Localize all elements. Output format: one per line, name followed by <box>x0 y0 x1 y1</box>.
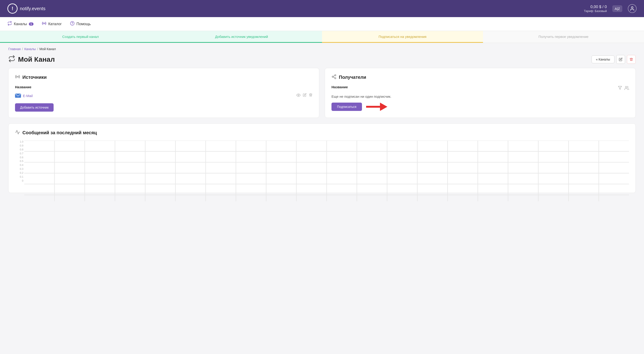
source-email-name: E-Mail <box>15 94 33 98</box>
arrow-shaft <box>366 106 380 108</box>
cards-row: Источники Название E-Mail <box>8 68 636 118</box>
chart-title: Сообщений за последний месяц <box>22 130 97 136</box>
balance-plan: Тариф: Базовый <box>584 9 607 13</box>
sources-icon <box>15 74 20 80</box>
y-label-01: 0.1 <box>20 176 23 178</box>
help-label: Помощь <box>76 22 91 26</box>
page-actions: « Каналы <box>592 55 636 64</box>
back-to-channels-button[interactable]: « Каналы <box>592 56 614 63</box>
logo-area: ! notify.events <box>8 4 46 14</box>
recipients-card: Получатели Название Е <box>325 68 636 118</box>
step-add-source[interactable]: Добавить источник уведомлений <box>161 31 322 43</box>
breadcrumb-home[interactable]: Главная <box>8 47 20 51</box>
svg-point-0 <box>631 7 633 8</box>
email-source-icon <box>15 94 21 98</box>
step-create-channel[interactable]: Создать первый канал <box>0 31 161 43</box>
breadcrumb-sep2: / <box>37 47 38 51</box>
svg-line-10 <box>333 77 335 78</box>
recipients-icons <box>618 86 629 92</box>
catalog-icon <box>42 21 46 27</box>
header-right: 0,00 $ / 0 Тариф: Базовый A|Z <box>584 4 636 13</box>
edit-icon <box>619 58 622 61</box>
svg-point-1 <box>44 23 44 24</box>
step-add-source-label: Добавить источник уведомлений <box>215 35 268 38</box>
delete-source-button[interactable] <box>309 93 312 98</box>
channels-label: Каналы <box>14 22 27 26</box>
delete-channel-button[interactable] <box>627 55 636 64</box>
sidebar-item-channels[interactable]: Каналы 1 <box>8 21 34 27</box>
filter-icon[interactable] <box>618 86 622 92</box>
chart-card: Сообщений за последний месяц 1.0 0.9 0.8… <box>8 124 636 193</box>
sources-card: Источники Название E-Mail <box>8 68 319 118</box>
header: ! notify.events 0,00 $ / 0 Тариф: Базовы… <box>0 0 644 17</box>
svg-marker-12 <box>618 86 622 90</box>
y-label-08: 0.8 <box>20 148 23 151</box>
svg-point-4 <box>17 76 18 77</box>
step-first-notification: Получить первое уведомление <box>483 31 644 43</box>
breadcrumb-channels[interactable]: Каналы <box>24 47 36 51</box>
y-label-06: 0.6 <box>20 156 23 159</box>
page-title-icon <box>8 55 15 64</box>
logo-text: notify.events <box>20 6 46 11</box>
svg-line-11 <box>333 76 335 76</box>
step-subscribe[interactable]: Подписаться на уведомления <box>322 31 483 43</box>
page-title-area: Мой Канал <box>8 55 55 64</box>
y-label-07: 0.7 <box>20 152 23 155</box>
y-label-00: 0 <box>22 180 23 182</box>
catalog-label: Каталог <box>48 22 62 26</box>
edit-source-icon <box>303 93 306 97</box>
chart-area: 1.0 0.9 0.8 0.7 0.6 0.5 0.4 0.3 0.2 0.1 … <box>15 140 629 187</box>
y-label-04: 0.4 <box>20 164 23 166</box>
add-source-button[interactable]: Добавить источник <box>15 103 54 112</box>
step-first-notification-label: Получить первое уведомление <box>538 35 588 38</box>
sources-card-title-row: Источники <box>15 74 312 80</box>
recipients-card-title-row: Получатели <box>332 74 629 80</box>
chart-title-row: Сообщений за последний месяц <box>15 130 629 136</box>
svg-point-6 <box>298 95 299 96</box>
view-source-button[interactable] <box>296 93 300 98</box>
sources-col-header: Название <box>15 85 312 89</box>
logo-icon: ! <box>8 4 18 14</box>
step-create-channel-label: Создать первый канал <box>62 35 99 38</box>
chart-icon <box>15 130 20 136</box>
breadcrumb: Главная / Каналы / Мой Канал <box>0 43 644 53</box>
chart-svg <box>24 140 629 201</box>
y-label-09: 0.9 <box>20 144 23 147</box>
page-header: Мой Канал « Каналы <box>0 53 644 68</box>
subscribe-area: Подписаться <box>332 102 629 111</box>
lang-btn[interactable]: A|Z <box>612 5 622 12</box>
source-email-actions <box>296 93 312 98</box>
source-email-link[interactable]: E-Mail <box>23 94 33 98</box>
arrow-indicator <box>366 102 387 111</box>
source-email-row: E-Mail <box>15 92 312 99</box>
arrow-head <box>380 102 387 111</box>
breadcrumb-current: Мой Канал <box>40 47 56 51</box>
edit-channel-button[interactable] <box>616 55 625 64</box>
delete-source-icon <box>309 93 312 97</box>
sidebar-item-help[interactable]: Помощь <box>70 21 91 27</box>
help-icon <box>70 21 74 27</box>
sidebar-item-catalog[interactable]: Каталог <box>42 21 62 27</box>
svg-point-13 <box>625 86 627 88</box>
recipients-card-title: Получатели <box>339 75 366 80</box>
chart-y-labels: 1.0 0.9 0.8 0.7 0.6 0.5 0.4 0.3 0.2 0.1 … <box>15 140 23 182</box>
page-title: Мой Канал <box>18 56 55 63</box>
channels-icon <box>8 21 12 27</box>
balance-amount: 0,00 $ / 0 <box>584 4 607 9</box>
y-label-05: 0.5 <box>20 160 23 162</box>
breadcrumb-sep1: / <box>22 47 23 51</box>
edit-source-button[interactable] <box>303 93 306 98</box>
delete-icon <box>630 58 633 61</box>
no-subscribers-text: Еще не подписан ни один подписчик. <box>332 94 629 98</box>
y-label-02: 0.2 <box>20 172 23 174</box>
eye-icon <box>296 93 300 97</box>
recipients-icon <box>332 74 336 80</box>
manage-recipients-icon[interactable] <box>624 86 629 92</box>
balance-area: 0,00 $ / 0 Тариф: Базовый <box>584 4 607 13</box>
y-label-10: 1.0 <box>20 140 23 143</box>
user-icon[interactable] <box>628 4 636 13</box>
steps-bar: Создать первый канал Добавить источник у… <box>0 31 644 43</box>
subscribe-button[interactable]: Подписаться <box>332 102 362 111</box>
recipients-col-header: Название <box>332 85 348 89</box>
sources-card-title: Источники <box>22 75 47 80</box>
